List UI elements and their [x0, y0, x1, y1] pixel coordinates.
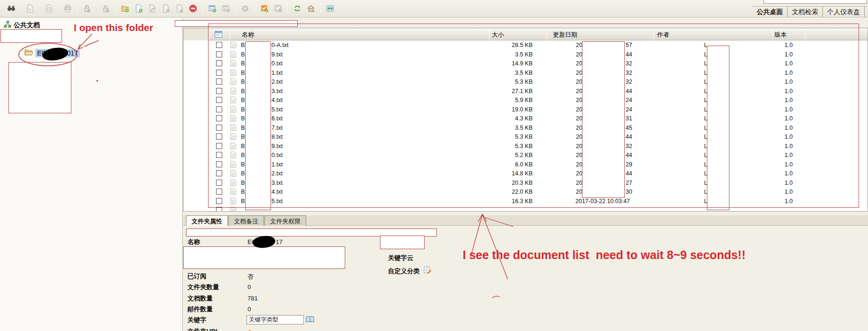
unlock-icon[interactable]	[101, 4, 110, 13]
table-row[interactable]: B1.txt6.0 KB2029L1.0	[184, 160, 868, 169]
keyword-type-input[interactable]	[247, 315, 304, 324]
custom-category-icon[interactable]	[424, 266, 432, 276]
table-row[interactable]: B4.txt22.0 KB2030L1.0	[184, 187, 868, 197]
tab-admin-cut[interactable]: 管理	[865, 7, 868, 17]
file-date-right: 24	[626, 97, 632, 103]
toolbar-separator	[320, 4, 321, 13]
table-row[interactable]: B9.txt5.3 KB2032L1.0	[184, 142, 868, 151]
row-checkbox[interactable]	[216, 42, 222, 48]
file-version: 1.0	[772, 70, 805, 76]
document-list-panel: 名称 大小 更新日期 作者 版本 B0-A.txt28.5 KB2057L1.0…	[183, 28, 868, 212]
table-row[interactable]: B5.txt19.0 KB2024L1.0	[184, 105, 868, 114]
col-header-version[interactable]: 版本	[775, 31, 787, 39]
row-checkbox[interactable]	[216, 125, 222, 131]
col-header-name[interactable]: 名称	[242, 31, 254, 39]
table-row[interactable]: B0.txt5.2 KB2044L1.0	[184, 150, 868, 160]
settings-gear-icon[interactable]	[240, 4, 250, 13]
table-row[interactable]: B8.txt5.3 KB2044L1.0	[184, 132, 868, 142]
row-checkbox[interactable]	[216, 134, 222, 140]
table-row[interactable]: B3.txt20.3 KB2027L1.0	[184, 178, 868, 188]
table-row[interactable]: B5.txt16.3 KB2017-03-22 10:03:47L1.0	[184, 197, 868, 206]
row-checkbox[interactable]	[216, 88, 222, 94]
table-row[interactable]: B1.txt3.5 KB2032L1.0	[184, 68, 868, 78]
table-row[interactable]	[184, 205, 868, 212]
table-row[interactable]: B2.txt5.3 KB2032L1.0	[184, 77, 868, 87]
row-checkbox[interactable]	[216, 189, 222, 195]
row-checkbox[interactable]	[216, 97, 222, 103]
form-icon[interactable]	[221, 4, 231, 13]
row-checkbox[interactable]	[216, 161, 222, 167]
tab-public-desktop[interactable]: 公共桌面	[752, 7, 788, 17]
tab-document-search[interactable]: 文档检索	[788, 7, 823, 17]
row-checkbox[interactable]	[216, 60, 222, 66]
file-version: 1.0	[772, 134, 805, 140]
new-form-icon[interactable]	[208, 4, 217, 13]
col-header-author[interactable]: 作者	[657, 31, 669, 39]
file-size: 28.5 KB	[489, 42, 533, 48]
toolbar-separator	[115, 4, 116, 13]
table-row[interactable]: B6.txt4.3 KB2031L1.0	[184, 114, 868, 123]
top-search-box-partial[interactable]	[763, 0, 867, 4]
file-name-suffix: 2.txt	[271, 79, 283, 85]
table-row[interactable]: B0-A.txt28.5 KB2057L1.0	[184, 40, 868, 50]
table-row[interactable]: B4.txt5.9 KB2024L1.0	[184, 95, 868, 105]
row-checkbox[interactable]	[216, 79, 222, 85]
row-checkbox[interactable]	[216, 143, 222, 149]
approve-gray-icon[interactable]	[273, 4, 283, 13]
file-date-left: 20	[547, 125, 582, 131]
print-icon[interactable]	[63, 4, 72, 13]
tab-document-notes[interactable]: 文档备注	[228, 215, 264, 226]
new-folder-icon[interactable]	[120, 4, 130, 13]
row-checkbox[interactable]	[216, 106, 222, 112]
copy-document-icon[interactable]	[161, 4, 170, 13]
row-checkbox[interactable]	[216, 70, 222, 76]
edit-document-icon[interactable]	[147, 4, 157, 13]
file-name-suffix: 4.txt	[271, 189, 283, 195]
row-checkbox[interactable]	[216, 198, 222, 204]
export-document-icon[interactable]	[25, 4, 35, 13]
tab-folder-properties[interactable]: 文件夹属性	[186, 215, 228, 226]
tab-folder-permissions[interactable]: 文件夹权限	[264, 215, 306, 226]
list-view-icon[interactable]	[215, 31, 222, 39]
approve-orange-icon[interactable]	[260, 4, 269, 13]
row-checkbox[interactable]	[216, 207, 222, 212]
refresh-icon[interactable]	[293, 4, 302, 13]
text-file-icon	[230, 151, 236, 160]
text-file-icon	[230, 206, 236, 212]
table-row[interactable]: B7.txt3.5 KB2045L1.0	[184, 123, 868, 133]
text-file-icon	[230, 170, 236, 178]
file-date-left: 20	[547, 152, 582, 158]
table-row[interactable]: B3.txt27.1 KB2044L1.0	[184, 87, 868, 96]
toolbar-separator	[287, 4, 288, 13]
file-name-prefix: B	[241, 134, 245, 140]
binoculars-search-icon[interactable]	[7, 4, 16, 13]
field-label-name: 名称	[187, 238, 200, 246]
remove-document-icon[interactable]	[175, 4, 184, 13]
row-checkbox[interactable]	[216, 51, 222, 57]
preview-document-icon[interactable]	[44, 4, 54, 13]
home-up-icon[interactable]	[306, 4, 316, 13]
col-header-updated[interactable]: 更新日期	[553, 31, 577, 39]
table-row[interactable]: B0.txt14.9 KB2032L1.0	[184, 59, 868, 68]
delete-icon[interactable]	[188, 4, 198, 13]
file-version: 1.0	[772, 125, 805, 131]
file-name-suffix: 1.txt	[271, 70, 283, 76]
row-checkbox[interactable]	[216, 170, 222, 176]
lock-add-icon[interactable]	[82, 4, 92, 13]
keyword-book-icon[interactable]	[306, 316, 314, 325]
main-toolbar	[0, 0, 868, 17]
new-document-icon[interactable]	[134, 4, 143, 13]
row-checkbox[interactable]	[216, 152, 222, 158]
table-row[interactable]: B9.txt3.5 KB2044L1.0	[184, 50, 868, 59]
col-header-size[interactable]: 大小	[492, 31, 504, 39]
file-version: 1.0	[772, 170, 805, 177]
row-checkbox[interactable]	[216, 115, 222, 121]
sync-panel-icon[interactable]	[326, 4, 335, 13]
tab-personal-dashboard[interactable]: 个人仪表盘	[823, 7, 865, 17]
tree-root-label: 公共文档	[14, 21, 40, 30]
row-checkbox[interactable]	[216, 180, 222, 186]
file-name-prefix: B	[241, 60, 245, 67]
table-row[interactable]: B2.txt14.8 KB2044L1.0	[184, 169, 868, 178]
text-file-icon	[230, 197, 236, 206]
file-date-left: 20	[547, 88, 582, 95]
